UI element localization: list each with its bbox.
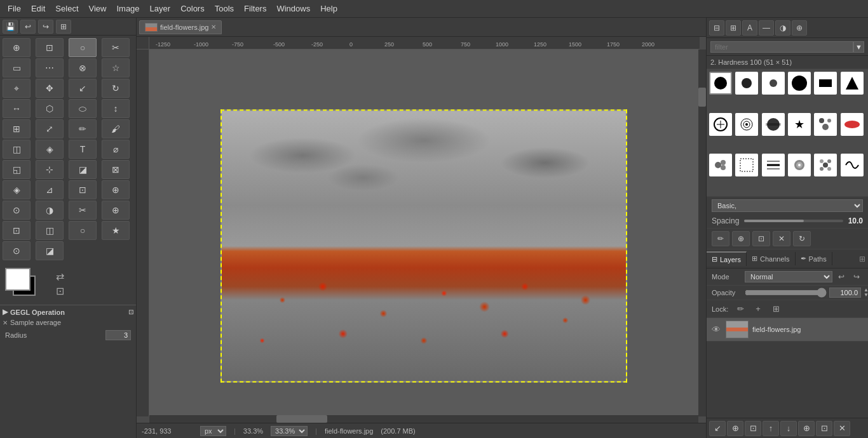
tool-smudge[interactable]: ⊠ bbox=[102, 160, 130, 179]
brush-action-edit[interactable]: ✏ bbox=[712, 231, 729, 246]
layer-down-btn[interactable]: ↓ bbox=[780, 421, 797, 436]
tool-paths[interactable]: ✂ bbox=[69, 201, 97, 220]
mode-undo-btn[interactable]: ↩ bbox=[835, 270, 848, 283]
lock-alpha-btn[interactable]: ⊞ bbox=[769, 302, 783, 316]
tool-rect-select[interactable]: ▭ bbox=[3, 58, 31, 77]
zoom-dropdown[interactable]: 33.3% 50% 100% bbox=[271, 426, 308, 436]
lcp-expand-icon[interactable]: ⊞ bbox=[857, 255, 868, 263]
layer-anchor-btn[interactable]: ⊕ bbox=[798, 421, 815, 436]
gegl-radius-input[interactable] bbox=[105, 330, 131, 340]
menu-image[interactable]: Image bbox=[111, 1, 144, 16]
brush-item[interactable] bbox=[788, 72, 811, 95]
opacity-slider[interactable] bbox=[745, 288, 827, 298]
tool-scissors[interactable]: ✂ bbox=[102, 38, 130, 57]
tool-color-picker[interactable]: ◑ bbox=[36, 201, 64, 220]
tool-warp[interactable]: ⤢ bbox=[36, 119, 64, 138]
tab-paths[interactable]: ✒ Paths bbox=[796, 252, 832, 265]
brush-action-refresh[interactable]: ↻ bbox=[793, 231, 811, 246]
layer-copy-btn[interactable]: ⊡ bbox=[745, 421, 761, 436]
tool-dodge-burn[interactable]: ◈ bbox=[3, 180, 31, 199]
layer-visibility-icon[interactable]: 👁 bbox=[710, 324, 722, 335]
quick-undo-button[interactable]: ↩ bbox=[20, 20, 36, 34]
reset-colors-icon[interactable]: ⊡ bbox=[56, 285, 64, 297]
tool-measure[interactable]: ⊙ bbox=[3, 201, 31, 220]
quick-restore-button[interactable]: ⊞ bbox=[56, 20, 71, 34]
tool-scale[interactable]: ↔ bbox=[3, 99, 31, 118]
tool-cage[interactable]: ⊞ bbox=[3, 119, 31, 138]
brush-item[interactable] bbox=[814, 72, 837, 95]
brush-item[interactable] bbox=[735, 113, 758, 136]
rp-icon-layers[interactable]: ⊟ bbox=[709, 20, 724, 36]
rp-icon-palettes[interactable]: ⊕ bbox=[792, 20, 807, 36]
brush-action-delete[interactable]: ✕ bbox=[773, 231, 790, 246]
tool-crop[interactable]: ↙ bbox=[69, 79, 97, 98]
tool-ink[interactable]: ⊿ bbox=[36, 180, 64, 199]
tool-heal[interactable]: ⊹ bbox=[36, 160, 64, 179]
tool-airbrush[interactable]: ◈ bbox=[36, 140, 64, 159]
brush-action-copy[interactable]: ⊡ bbox=[752, 231, 770, 246]
brush-action-new[interactable]: ⊕ bbox=[732, 231, 750, 246]
opacity-down-arrow[interactable]: ▼ bbox=[864, 293, 868, 298]
tool-color-balance[interactable]: ⊕ bbox=[102, 201, 130, 220]
menu-windows[interactable]: Windows bbox=[271, 1, 315, 16]
menu-help[interactable]: Help bbox=[315, 1, 342, 16]
brush-item[interactable] bbox=[841, 154, 864, 176]
tool-pencil[interactable]: ✏ bbox=[69, 119, 97, 138]
unit-dropdown[interactable]: px in cm bbox=[200, 426, 226, 436]
layer-new-btn[interactable]: ⊕ bbox=[727, 421, 743, 436]
menu-select[interactable]: Select bbox=[50, 1, 83, 16]
tool-mypainter[interactable]: ⊡ bbox=[69, 180, 97, 199]
filter-dropdown-btn[interactable]: ▼ bbox=[853, 41, 864, 53]
tool-bucket[interactable]: ⌀ bbox=[102, 140, 130, 159]
tool-new-layer[interactable]: ⊕ bbox=[3, 38, 31, 57]
tool-text[interactable]: T bbox=[69, 140, 97, 159]
brush-item[interactable] bbox=[841, 72, 864, 95]
brush-item[interactable] bbox=[841, 113, 864, 136]
menu-edit[interactable]: Edit bbox=[26, 1, 50, 16]
tool-blend[interactable]: ◱ bbox=[3, 160, 31, 179]
tool-move2[interactable]: ✥ bbox=[36, 79, 64, 98]
brush-item[interactable] bbox=[814, 113, 837, 136]
tab-close-icon[interactable]: ✕ bbox=[211, 23, 216, 30]
layer-create-group-btn[interactable]: ↙ bbox=[709, 421, 726, 436]
gegl-close-icon[interactable]: ✕ bbox=[3, 319, 8, 326]
tool-align[interactable]: ⌖ bbox=[3, 79, 31, 98]
tool-flip[interactable]: ↕ bbox=[102, 99, 130, 118]
tool-rotate[interactable]: ↻ bbox=[102, 79, 130, 98]
lock-position-btn[interactable]: + bbox=[751, 302, 765, 316]
layer-item[interactable]: 👁 field-flowers.jpg bbox=[707, 318, 868, 342]
tool-levels[interactable]: ◫ bbox=[36, 221, 64, 240]
image-canvas[interactable] bbox=[149, 50, 698, 415]
brush-item[interactable] bbox=[735, 154, 758, 176]
mode-redo-btn[interactable]: ↪ bbox=[850, 270, 863, 283]
tool-perspective[interactable]: ⬭ bbox=[69, 99, 97, 118]
menu-tools[interactable]: Tools bbox=[210, 1, 239, 16]
menu-filters[interactable]: Filters bbox=[239, 1, 271, 16]
horizontal-scrollbar[interactable] bbox=[149, 415, 698, 423]
tool-ellipse-select[interactable]: ○ bbox=[69, 38, 97, 57]
menu-view[interactable]: View bbox=[84, 1, 112, 16]
tool-shear[interactable]: ⬡ bbox=[36, 99, 64, 118]
brush-item[interactable] bbox=[709, 113, 732, 136]
brush-item[interactable] bbox=[735, 72, 758, 95]
tool-filter-all[interactable]: ◪ bbox=[36, 241, 64, 260]
tool-move[interactable]: ⊡ bbox=[36, 38, 64, 57]
tool-fuzzy-select[interactable]: ⊗ bbox=[69, 58, 97, 77]
rp-icon-brushes[interactable]: ⊞ bbox=[726, 20, 741, 36]
foreground-color[interactable] bbox=[5, 268, 31, 291]
brush-item[interactable] bbox=[762, 113, 785, 136]
brush-item[interactable] bbox=[709, 72, 732, 95]
rp-icon-patterns[interactable]: — bbox=[759, 20, 774, 36]
tool-zoom[interactable]: ⊕ bbox=[102, 180, 130, 199]
tool-hue-sat[interactable]: ○ bbox=[69, 221, 97, 240]
rp-icon-fonts[interactable]: A bbox=[742, 20, 757, 36]
brush-item[interactable] bbox=[814, 154, 837, 176]
swap-colors-icon[interactable]: ⇄ bbox=[56, 270, 64, 282]
layer-up-btn[interactable]: ↑ bbox=[763, 421, 779, 436]
tool-iscript[interactable]: ⊙ bbox=[3, 241, 31, 260]
tool-fg-select[interactable]: ☆ bbox=[102, 58, 130, 77]
tool-curves[interactable]: ⊡ bbox=[3, 221, 31, 240]
layer-delete-btn[interactable]: ✕ bbox=[834, 421, 850, 436]
lock-paint-btn[interactable]: ✏ bbox=[733, 302, 747, 316]
tool-script-fu[interactable]: ★ bbox=[102, 221, 130, 240]
